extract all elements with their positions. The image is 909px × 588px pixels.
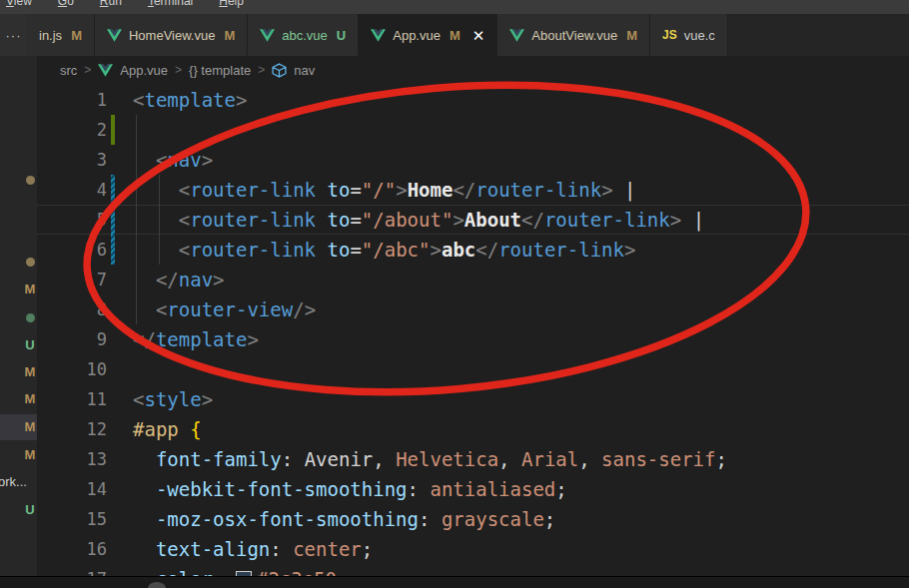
git-status-letter: M [22, 277, 37, 302]
line-number: 14 [37, 474, 107, 504]
breadcrumb[interactable]: src>App.vue>{} template>nav [37, 56, 909, 84]
bottom-edge-band [0, 576, 909, 588]
tab-label: abc.vue [282, 28, 328, 43]
menu-item-view[interactable]: View [6, 0, 32, 8]
git-gutter-modified-marker [111, 235, 115, 265]
code-text: font-family: Avenir, Helvetica, Arial, s… [133, 444, 727, 474]
editor-pane: src>App.vue>{} template>nav 1<template>2… [37, 56, 909, 577]
tab-in-js[interactable]: in.jsM [27, 14, 95, 56]
vscode-window: ViewGoRunTerminalHelp ··· in.jsMHomeView… [0, 0, 909, 588]
breadcrumb-separator: > [258, 63, 265, 77]
tab-vue-c[interactable]: JSvue.c [650, 14, 728, 56]
vue-icon [260, 29, 275, 42]
editor-tab-bar: ··· in.jsMHomeView.vueMabc.vueUApp.vueM✕… [0, 14, 909, 56]
sidebar-row[interactable]: M [0, 277, 37, 302]
line-number: 11 [37, 384, 107, 414]
vue-icon-wrap [98, 64, 113, 77]
code-text: <nav> [133, 145, 213, 175]
git-gutter-modified-marker [111, 175, 115, 205]
tab-aboutview-vue[interactable]: AboutView.vueM [497, 14, 650, 56]
breadcrumb-item[interactable]: App.vue [120, 63, 168, 78]
line-number: 1 [37, 85, 107, 115]
breadcrumb-separator: > [84, 63, 91, 77]
code-line[interactable]: 2 [37, 115, 909, 145]
close-icon[interactable]: ✕ [472, 28, 485, 43]
line-number: 13 [37, 444, 107, 474]
sidebar-row[interactable]: M [0, 386, 37, 412]
line-number: 10 [37, 354, 107, 384]
sidebar-row[interactable]: M [0, 442, 37, 468]
code-line[interactable]: 1<template> [37, 85, 909, 115]
code-line[interactable]: 11<style> [37, 384, 909, 414]
tab-homeview-vue[interactable]: HomeView.vueM [95, 14, 248, 56]
bottom-dot [148, 582, 166, 588]
code-line[interactable]: 13 font-family: Avenir, Helvetica, Arial… [37, 444, 909, 474]
js-icon: JS [662, 28, 677, 42]
breadcrumb-item[interactable]: src [60, 63, 77, 78]
menu-item-run[interactable]: Run [100, 0, 122, 8]
code-line[interactable]: 8 <router-view/> [37, 294, 909, 324]
vue-icon-wrap [260, 29, 275, 42]
code-line[interactable]: 3 <nav> [37, 145, 909, 175]
code-text: <router-link to="/about">About</router-l… [133, 205, 704, 235]
code-text: -moz-osx-font-smoothing: grayscale; [133, 504, 555, 534]
line-number: 12 [37, 414, 107, 444]
code-text: <router-link to="/abc">abc</router-link> [133, 235, 635, 265]
vue-icon [98, 64, 113, 77]
sidebar-row[interactable]: M [0, 359, 37, 385]
code-text: <template> [133, 85, 247, 115]
tab-app-vue[interactable]: App.vueM✕ [359, 14, 497, 56]
git-status-badge: M [71, 28, 82, 43]
git-modified-dot [26, 258, 35, 267]
tab-label: in.js [39, 28, 62, 43]
title-bar: ViewGoRunTerminalHelp [0, 0, 909, 14]
breadcrumb-item[interactable]: nav [294, 63, 315, 78]
line-number: 6 [37, 235, 107, 265]
line-number: 16 [37, 534, 107, 564]
line-number: 15 [37, 504, 107, 534]
symbol-cube-icon [272, 63, 287, 78]
code-line[interactable]: 10 [37, 354, 909, 384]
code-line-current[interactable]: 5 <router-link to="/about">About</router… [37, 205, 909, 235]
tab-abc-vue[interactable]: abc.vueU [248, 14, 359, 56]
vue-icon-wrap [371, 29, 386, 42]
tab-label: HomeView.vue [129, 28, 215, 43]
git-status-badge: M [450, 28, 460, 43]
breadcrumb-item[interactable]: {} template [189, 63, 251, 78]
code-area[interactable]: 1<template>23 <nav>4 <router-link to="/"… [37, 85, 909, 577]
git-status-letter: U [22, 332, 37, 358]
git-status-letter: M [22, 442, 37, 468]
code-line[interactable]: 15 -moz-osx-font-smoothing: grayscale; [37, 504, 909, 534]
git-modified-dot [26, 176, 35, 185]
code-text: <style> [133, 384, 213, 414]
vue-icon [107, 29, 122, 42]
sidebar-item-label: ork... [0, 469, 27, 495]
line-number: 7 [37, 265, 107, 294]
git-status-letter: M [22, 386, 37, 412]
menu-item-terminal[interactable]: Terminal [148, 0, 193, 8]
sidebar-row[interactable]: ork... [0, 469, 37, 495]
sidebar-row[interactable] [0, 167, 37, 193]
sidebar-row[interactable] [0, 249, 37, 275]
code-line[interactable]: 16 text-align: center; [37, 534, 909, 564]
sidebar-row[interactable] [0, 304, 37, 330]
explorer-sidebar-edge[interactable]: MUMMMMork...U [0, 56, 37, 577]
menu-item-help[interactable]: Help [219, 0, 244, 8]
code-line[interactable]: 4 <router-link to="/">Home</router-link>… [37, 175, 909, 205]
code-line[interactable]: 7 </nav> [37, 265, 909, 294]
code-text: <router-link to="/">Home</router-link> | [133, 175, 635, 205]
git-status-badge: U [337, 28, 346, 43]
sidebar-row[interactable]: U [0, 332, 37, 358]
sidebar-row[interactable]: U [0, 497, 37, 523]
tab-label: vue.c [684, 28, 715, 43]
breadcrumb-separator: > [175, 63, 182, 77]
menu-bar: ViewGoRunTerminalHelp [6, 0, 244, 8]
code-line[interactable]: 9</template> [37, 324, 909, 354]
indent-guide [136, 115, 137, 145]
code-line[interactable]: 14 -webkit-font-smoothing: antialiased; [37, 474, 909, 504]
code-line[interactable]: 12#app { [37, 414, 909, 444]
line-number: 9 [37, 324, 107, 354]
menu-item-go[interactable]: Go [58, 0, 74, 8]
sidebar-selected-row[interactable]: M [0, 414, 37, 440]
code-line[interactable]: 6 <router-link to="/abc">abc</router-lin… [37, 235, 909, 265]
